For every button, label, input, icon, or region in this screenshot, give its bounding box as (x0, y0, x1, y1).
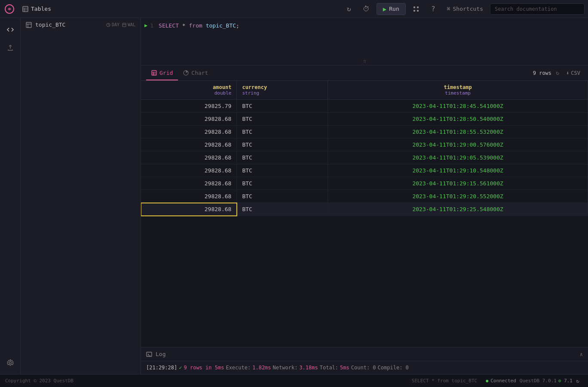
tables-label: Tables (31, 6, 51, 12)
help-btn[interactable]: ? (426, 2, 440, 16)
search-documentation-input[interactable] (490, 3, 585, 15)
log-check-icon: ✓ (179, 365, 182, 371)
log-execute-label: Execute: (226, 365, 251, 371)
log-rows-summary: 9 rows in 5ms (184, 365, 224, 371)
log-content: [21:29:28] ✓ 9 rows in 5ms Execute: 1.82… (141, 361, 588, 374)
svg-rect-7 (413, 10, 415, 12)
badge-day: DAY (106, 22, 119, 27)
sql-table: topic_BTC (206, 22, 236, 29)
cell-timestamp[interactable]: 2023-04-11T01:29:05.539000Z (328, 151, 588, 164)
editor-line[interactable]: SELECT * from topic_BTC ; (159, 22, 588, 30)
col-type-amount: double (146, 90, 231, 96)
table-row[interactable]: 29828.68BTC2023-04-11T01:28:55.532000Z (141, 126, 588, 138)
play-icon: ▶ (383, 6, 386, 12)
svg-rect-8 (417, 10, 419, 12)
tab-chart[interactable]: Chart (178, 65, 213, 80)
history-btn[interactable]: ⏱ (359, 2, 373, 16)
tab-grid[interactable]: Grid (146, 65, 178, 80)
cell-timestamp[interactable]: 2023-04-11T01:28:55.532000Z (328, 126, 588, 138)
grid-icon (151, 70, 157, 76)
cell-timestamp[interactable]: 2023-04-11T01:29:00.576000Z (328, 138, 588, 151)
slack-btn[interactable] (409, 2, 423, 16)
tab-chart-label: Chart (191, 70, 208, 76)
cell-currency[interactable]: BTC (237, 177, 328, 190)
cell-timestamp[interactable]: 2023-04-11T01:29:25.548000Z (328, 203, 588, 216)
cell-amount[interactable]: 29828.68 (141, 203, 237, 216)
cell-currency[interactable]: BTC (237, 126, 328, 138)
cell-currency[interactable]: BTC (237, 100, 328, 113)
data-table: amount double currency string timestamp … (141, 81, 588, 216)
log-network-value: 3.18ms (299, 365, 318, 371)
sidebar-icon-upload[interactable] (3, 40, 18, 55)
log-execute-value: 1.82ms (252, 365, 271, 371)
data-table-container[interactable]: amount double currency string timestamp … (141, 81, 588, 347)
tab-grid-label: Grid (159, 70, 173, 76)
svg-point-9 (9, 362, 11, 364)
log-count-label: Count: 0 (351, 365, 376, 371)
csv-label: CSV (571, 70, 580, 76)
svg-rect-14 (122, 23, 126, 27)
sql-semicolon: ; (236, 22, 239, 29)
editor-resize-handle[interactable]: ⠿ (362, 58, 367, 65)
table-row[interactable]: 29825.79BTC2023-04-11T01:28:45.541000Z (141, 100, 588, 113)
tables-nav-btn[interactable]: Tables (19, 4, 55, 14)
sql-star: * (182, 22, 186, 29)
log-area: Log ∧ [21:29:28] ✓ 9 rows in 5ms Execute… (141, 347, 588, 374)
chart-icon (183, 70, 189, 76)
cell-timestamp[interactable]: 2023-04-11T01:29:15.561000Z (328, 177, 588, 190)
col-header-currency[interactable]: currency string (237, 81, 328, 100)
badge-wal: WAL (122, 22, 135, 27)
table-name: topic_BTC (35, 22, 65, 28)
cell-currency[interactable]: BTC (237, 113, 328, 126)
table-row[interactable]: 29828.68BTC2023-04-11T01:29:10.548000Z (141, 164, 588, 177)
cell-currency[interactable]: BTC (237, 203, 328, 216)
cell-currency[interactable]: BTC (237, 164, 328, 177)
cell-currency[interactable]: BTC (237, 190, 328, 203)
svg-rect-5 (413, 6, 415, 8)
table-row[interactable]: 29828.68BTC2023-04-11T01:29:00.576000Z (141, 138, 588, 151)
logo[interactable] (3, 3, 15, 15)
table-row[interactable]: 29828.68BTC2023-04-11T01:29:20.552000Z (141, 190, 588, 203)
sql-from: from (189, 22, 202, 29)
cell-currency[interactable]: BTC (237, 138, 328, 151)
tables-icon (22, 6, 28, 12)
refresh-btn[interactable]: ↻ (342, 2, 356, 16)
download-icon: ⬇ (566, 70, 569, 76)
cell-amount[interactable]: 29825.79 (141, 100, 237, 113)
table-item-topic-btc[interactable]: topic_BTC DAY WAL (21, 18, 141, 31)
table-row[interactable]: 29828.68BTC2023-04-11T01:29:15.561000Z (141, 177, 588, 190)
table-header: amount double currency string timestamp … (141, 81, 588, 100)
table-row[interactable]: 29828.68BTC2023-04-11T01:29:25.548000Z (141, 203, 588, 216)
refresh-results-btn[interactable]: ↻ (551, 67, 564, 79)
download-csv-btn[interactable]: ⬇ CSV (564, 69, 583, 77)
cell-amount[interactable]: 29828.68 (141, 126, 237, 138)
cell-amount[interactable]: 29828.68 (141, 113, 237, 126)
sql-select: SELECT (159, 22, 179, 29)
cell-timestamp[interactable]: 2023-04-11T01:29:10.548000Z (328, 164, 588, 177)
sidebar-icon-settings[interactable] (3, 355, 18, 370)
table-small-icon (122, 23, 126, 27)
cell-amount[interactable]: 29828.68 (141, 190, 237, 203)
cell-timestamp[interactable]: 2023-04-11T01:29:20.552000Z (328, 190, 588, 203)
shortcuts-btn[interactable]: ⌘ Shortcuts (444, 4, 487, 14)
cell-amount[interactable]: 29828.68 (141, 164, 237, 177)
cell-amount[interactable]: 29828.68 (141, 177, 237, 190)
col-header-timestamp[interactable]: timestamp timestamp (328, 81, 588, 100)
cell-timestamp[interactable]: 2023-04-11T01:28:45.541000Z (328, 100, 588, 113)
cell-timestamp[interactable]: 2023-04-11T01:28:50.540000Z (328, 113, 588, 126)
icon-sidebar (0, 18, 21, 374)
cell-currency[interactable]: BTC (237, 151, 328, 164)
run-button[interactable]: ▶ Run (377, 3, 406, 15)
col-header-amount[interactable]: amount double (141, 81, 237, 100)
cell-amount[interactable]: 29828.68 (141, 151, 237, 164)
questdb-version: QuestDB 7.0.1 (520, 378, 557, 384)
shortcuts-icon: ⌘ (447, 6, 450, 12)
status-refresh-btn[interactable]: ↻ (573, 376, 583, 386)
results-area: Grid Chart 9 rows ↻ ⬇ CSV (141, 65, 588, 374)
sidebar-icon-code[interactable] (3, 22, 18, 37)
table-row[interactable]: 29828.68BTC2023-04-11T01:28:50.540000Z (141, 113, 588, 126)
log-total-value: 5ms (340, 365, 349, 371)
log-header[interactable]: Log ∧ (141, 347, 588, 361)
cell-amount[interactable]: 29828.68 (141, 138, 237, 151)
table-row[interactable]: 29828.68BTC2023-04-11T01:29:05.539000Z (141, 151, 588, 164)
